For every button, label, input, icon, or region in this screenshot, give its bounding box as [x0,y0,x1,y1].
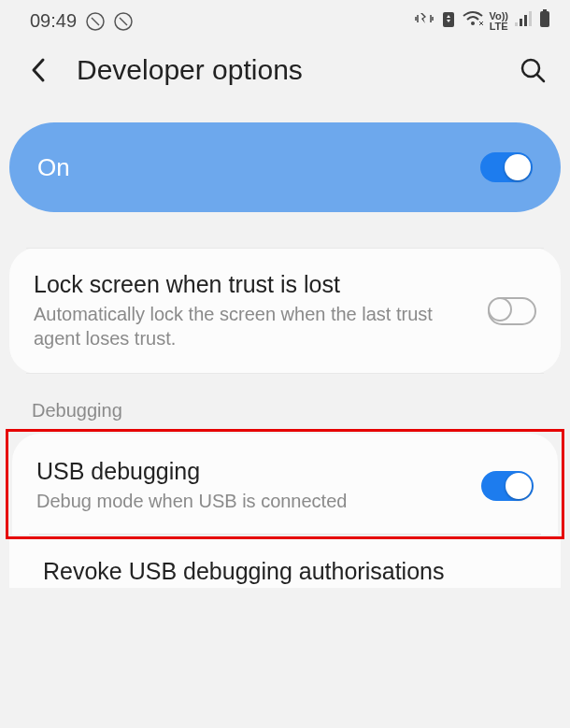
usb-debugging-toggle[interactable] [481,471,534,501]
setting-title: Revoke USB debugging authorisations [43,556,527,588]
master-toggle-row[interactable]: On [9,122,561,212]
section-header-debugging: Debugging [32,400,570,421]
setting-desc: Debug mode when USB is connected [36,489,463,513]
highlight-annotation: USB debugging Debug mode when USB is con… [6,429,564,539]
debugging-card-continued: Revoke USB debugging authorisations [9,539,561,588]
wifi-icon [463,10,483,32]
status-right: Vo)) LTE [414,9,551,33]
vibrate-icon [414,9,435,33]
search-button[interactable] [514,51,551,89]
revoke-usb-auth-row[interactable]: Revoke USB debugging authorisations [36,539,534,588]
master-toggle-label: On [37,153,70,182]
app-header: Developer options [0,38,570,117]
lock-screen-trust-row[interactable]: Lock screen when trust is lost Automatic… [26,248,544,374]
lock-screen-toggle[interactable] [488,297,536,325]
svg-rect-7 [529,11,532,26]
settings-card: Lock screen when trust is lost Automatic… [9,248,561,374]
page-title: Developer options [77,54,495,86]
status-bar: 09:49 Vo)) LTE [0,0,570,38]
status-left: 09:49 [30,10,133,32]
setting-title: USB debugging [36,458,463,485]
notification-icon [114,12,133,31]
svg-rect-9 [540,11,549,27]
svg-point-3 [471,21,475,25]
signal-icon [514,10,533,32]
back-button[interactable] [21,51,58,89]
notification-icon [86,12,105,31]
volte-icon: Vo)) LTE [489,11,508,32]
setting-title: Lock screen when trust is lost [34,271,469,298]
clock: 09:49 [30,10,77,32]
master-toggle-switch[interactable] [480,152,533,182]
svg-rect-6 [524,15,527,26]
svg-rect-5 [520,19,522,26]
setting-desc: Automatically lock the screen when the l… [34,302,469,350]
debugging-card: USB debugging Debug mode when USB is con… [12,434,558,535]
svg-rect-8 [543,9,547,11]
usb-debugging-row[interactable]: USB debugging Debug mode when USB is con… [29,437,541,535]
svg-rect-4 [515,22,518,26]
battery-icon [538,9,551,33]
recycle-icon [440,9,457,33]
